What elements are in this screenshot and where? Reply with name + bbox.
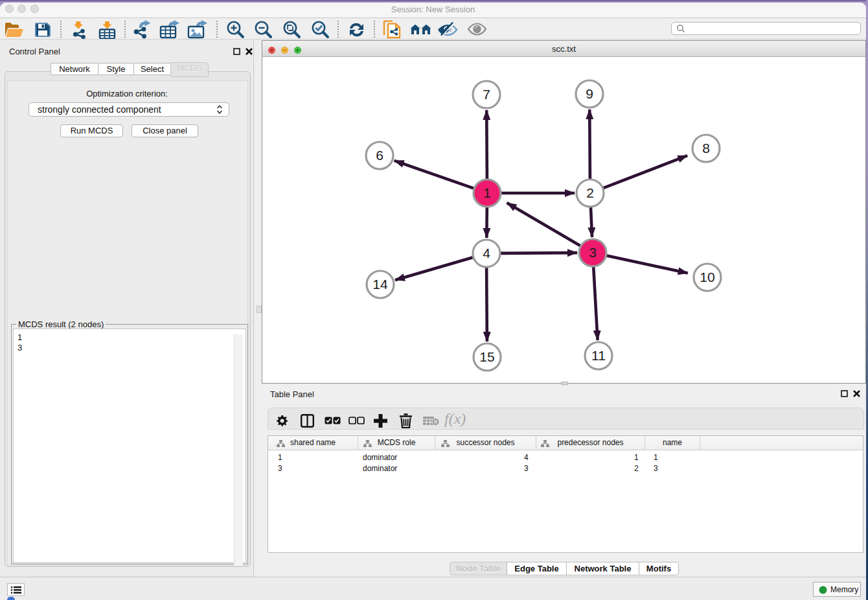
svg-text:9: 9 <box>586 86 593 101</box>
svg-text:8: 8 <box>702 141 710 156</box>
svg-text:2: 2 <box>586 185 594 200</box>
svg-text:1: 1 <box>483 185 491 200</box>
svg-text:4: 4 <box>483 246 490 260</box>
svg-text:11: 11 <box>591 348 606 363</box>
svg-text:10: 10 <box>700 270 714 284</box>
svg-text:6: 6 <box>376 148 383 163</box>
svg-text:7: 7 <box>483 87 490 102</box>
svg-text:15: 15 <box>479 349 494 364</box>
svg-text:14: 14 <box>372 277 388 292</box>
svg-text:3: 3 <box>589 245 597 260</box>
